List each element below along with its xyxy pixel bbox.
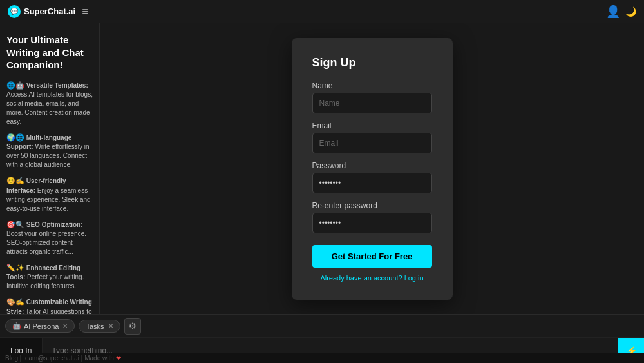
repassword-input[interactable] [312, 213, 432, 233]
left-sidebar: Your Ultimate Writing and Chat Companion… [0, 23, 100, 314]
feature-item-5: ✏️✨ Enhanced Editing Tools: Perfect your… [6, 263, 93, 291]
feature-icon-6: 🎨✍️ [6, 298, 24, 306]
logo-icon: 💬 [8, 5, 21, 18]
main-content: Your Ultimate Writing and Chat Companion… [0, 23, 644, 314]
hamburger-icon[interactable]: ≡ [82, 6, 88, 17]
signup-button[interactable]: Get Started For Free [312, 245, 432, 268]
password-input[interactable] [312, 173, 432, 193]
chip1-label: AI Persona [24, 322, 59, 330]
logo[interactable]: 💬 SuperChat.ai [8, 5, 75, 18]
password-group: Password [312, 161, 432, 193]
email-input[interactable] [312, 133, 432, 153]
topnav-right: 👤 🌙 [606, 5, 636, 19]
logo-text: SuperChat.ai [24, 6, 75, 16]
feature-item-1: 🌐🤖 Versatile Templates: Access AI templa… [6, 81, 93, 126]
feature-item-2: 🌍🌐 Multi-language Support: Write effortl… [6, 133, 93, 170]
signin-link[interactable]: Already have an account? Log in [312, 274, 432, 282]
theme-icon[interactable]: 🌙 [625, 6, 636, 17]
bottom-toolbar: 🤖 AI Persona ✕ Tasks ✕ ⚙ [0, 314, 644, 337]
repassword-group: Re-enter password [312, 201, 432, 233]
chip2-label: Tasks [86, 322, 104, 330]
heart-icon: ❤ [116, 355, 121, 362]
modal-title: Sign Up [312, 56, 432, 70]
chip2-close-icon[interactable]: ✕ [108, 322, 113, 329]
footer: Blog | team@superchat.ai | Made with ❤ [0, 353, 644, 363]
robot-icon: 🤖 [12, 322, 21, 330]
repassword-label: Re-enter password [312, 201, 432, 210]
topnav-left: 💬 SuperChat.ai ≡ [8, 5, 88, 18]
modal-overlay: Sign Up Name Email Password Re-enter pas… [100, 23, 644, 314]
email-group: Email [312, 121, 432, 153]
gear-button[interactable]: ⚙ [124, 318, 141, 335]
signup-modal: Sign Up Name Email Password Re-enter pas… [292, 38, 453, 300]
chip1-close-icon[interactable]: ✕ [62, 322, 68, 329]
tasks-chip[interactable]: Tasks ✕ [79, 320, 120, 333]
footer-text: Blog | team@superchat.ai | Made with [5, 355, 114, 362]
feature-icon-5: ✏️✨ [6, 264, 24, 271]
feature-item-3: 😊✍️ User-friendly Interface: Enjoy a sea… [6, 176, 93, 213]
sidebar-title: Your Ultimate Writing and Chat Companion… [6, 34, 93, 72]
feature-item-4: 🎯🔍 SEO Optimization: Boost your online p… [6, 220, 93, 257]
feature-item-6: 🎨✍️ Customizable Writing Style: Tailor A… [6, 297, 93, 314]
password-label: Password [312, 161, 432, 170]
account-icon[interactable]: 👤 [606, 5, 620, 19]
feature-icon-2: 🌍🌐 [6, 133, 24, 141]
gear-icon: ⚙ [129, 321, 137, 331]
email-label: Email [312, 121, 432, 130]
center-area: Sign Up Name Email Password Re-enter pas… [100, 23, 644, 314]
name-input[interactable] [312, 93, 432, 113]
topnav: 💬 SuperChat.ai ≡ 👤 🌙 [0, 0, 644, 23]
name-group: Name [312, 81, 432, 113]
feature-icon-4: 🎯🔍 [6, 221, 24, 228]
ai-persona-chip[interactable]: 🤖 AI Persona ✕ [5, 319, 75, 333]
feature-icon-1: 🌐🤖 [6, 81, 24, 89]
feature-icon-3: 😊✍️ [6, 177, 24, 184]
name-label: Name [312, 81, 432, 90]
